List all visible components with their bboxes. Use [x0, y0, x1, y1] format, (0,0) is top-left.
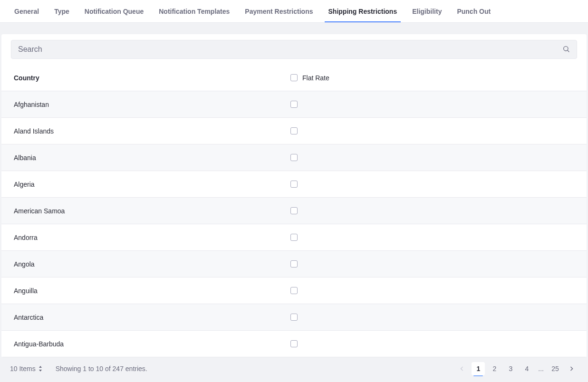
table-body: AfghanistanAland IslandsAlbaniaAlgeriaAm…	[1, 91, 587, 357]
checkbox-flat-rate[interactable]	[290, 260, 298, 267]
tab-payment-restrictions[interactable]: Payment Restrictions	[237, 0, 320, 22]
table-row: Antarctica	[1, 304, 587, 331]
table-row: Antigua-Barbuda	[1, 331, 587, 357]
tabs-nav: GeneralTypeNotification QueueNotificatio…	[0, 0, 588, 23]
card: Country Flat Rate AfghanistanAland Islan…	[1, 34, 587, 357]
tab-notification-queue[interactable]: Notification Queue	[77, 0, 151, 22]
pagination: 1234...25	[455, 362, 578, 375]
checkbox-flat-rate[interactable]	[290, 154, 298, 161]
tab-punch-out[interactable]: Punch Out	[449, 0, 498, 22]
tab-type[interactable]: Type	[47, 0, 77, 22]
search-icon[interactable]	[562, 45, 570, 54]
page-size-select[interactable]: 10 Items	[10, 365, 42, 372]
table-row: Afghanistan	[1, 91, 587, 118]
table-row: Angola	[1, 251, 587, 277]
checkbox-flat-rate-all[interactable]	[290, 74, 298, 81]
country-name: Algeria	[1, 181, 290, 188]
checkbox-flat-rate[interactable]	[290, 234, 298, 241]
table-row: Aland Islands	[1, 118, 587, 144]
column-header-country: Country	[1, 74, 290, 82]
checkbox-flat-rate[interactable]	[290, 127, 298, 134]
pagination-prev[interactable]	[455, 362, 469, 375]
tab-eligibility[interactable]: Eligibility	[405, 0, 449, 22]
search-field	[11, 40, 577, 59]
country-name: American Samoa	[1, 207, 290, 215]
checkbox-flat-rate[interactable]	[290, 314, 298, 321]
table-row: Albania	[1, 144, 587, 171]
checkbox-flat-rate[interactable]	[290, 287, 298, 294]
pagination-page-2[interactable]: 2	[488, 362, 501, 375]
content: Country Flat Rate AfghanistanAland Islan…	[0, 23, 588, 380]
pagination-next[interactable]	[565, 362, 578, 375]
country-name: Afghanistan	[1, 101, 290, 108]
pagination-page-3[interactable]: 3	[504, 362, 517, 375]
pagination-page-1[interactable]: 1	[472, 362, 485, 375]
page-size-label: 10 Items	[10, 365, 36, 372]
pagination-ellipsis: ...	[536, 365, 546, 372]
country-name: Antigua-Barbuda	[1, 340, 290, 348]
flat-rate-label: Flat Rate	[302, 74, 329, 82]
table-header: Country Flat Rate	[1, 65, 587, 91]
search-wrap	[1, 34, 587, 65]
checkbox-flat-rate[interactable]	[290, 101, 298, 108]
checkbox-flat-rate[interactable]	[290, 181, 298, 188]
checkbox-flat-rate[interactable]	[290, 207, 298, 214]
country-name: Angola	[1, 260, 290, 268]
checkbox-flat-rate[interactable]	[290, 340, 298, 347]
country-name: Aland Islands	[1, 127, 290, 135]
table-row: American Samoa	[1, 198, 587, 224]
footer-bar: 10 Items Showing 1 to 10 of 247 entries.…	[1, 357, 587, 380]
table-row: Algeria	[1, 171, 587, 198]
entries-text: Showing 1 to 10 of 247 entries.	[56, 365, 147, 372]
table-row: Anguilla	[1, 277, 587, 304]
table-row: Andorra	[1, 224, 587, 251]
country-name: Albania	[1, 154, 290, 162]
country-name: Anguilla	[1, 287, 290, 295]
tab-notification-templates[interactable]: Notification Templates	[151, 0, 237, 22]
svg-line-1	[568, 50, 569, 52]
column-header-flat-rate: Flat Rate	[290, 74, 329, 82]
tab-general[interactable]: General	[7, 0, 47, 22]
country-name: Andorra	[1, 234, 290, 241]
tab-shipping-restrictions[interactable]: Shipping Restrictions	[321, 0, 405, 22]
pagination-page-25[interactable]: 25	[549, 362, 562, 375]
pagination-page-4[interactable]: 4	[520, 362, 533, 375]
sort-icon	[39, 366, 42, 372]
country-name: Antarctica	[1, 314, 290, 321]
search-input[interactable]	[18, 45, 562, 54]
